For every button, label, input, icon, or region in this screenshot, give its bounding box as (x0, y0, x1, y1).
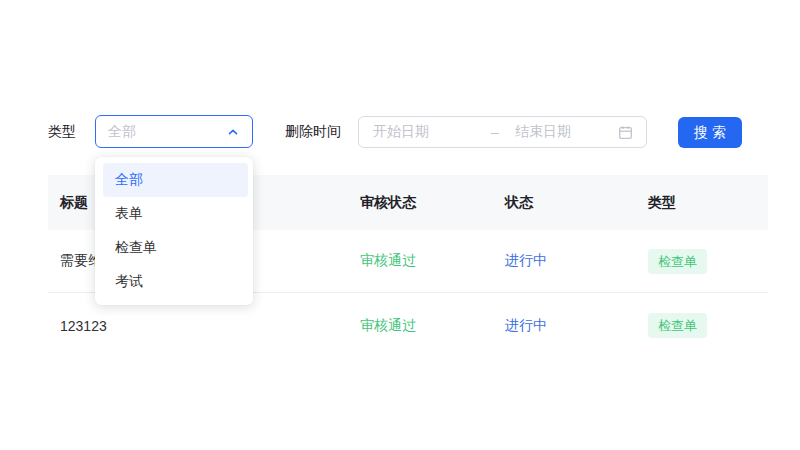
calendar-icon (618, 125, 633, 140)
page: 类型 全部 删除时间 开始日期 – 结束日期 搜 索 标题 审核状态 状态 (0, 0, 800, 450)
row-title: 123123 (48, 318, 348, 334)
row-audit-status: 审核通过 (348, 252, 493, 270)
delete-time-filter-label: 删除时间 (285, 115, 341, 148)
type-filter-label: 类型 (48, 115, 76, 148)
type-tag: 检查单 (648, 313, 707, 338)
date-range-picker[interactable]: 开始日期 – 结束日期 (358, 116, 647, 148)
dropdown-option-checklist[interactable]: 检查单 (95, 231, 253, 265)
type-select-value: 全部 (108, 123, 227, 141)
row-status: 进行中 (493, 252, 636, 270)
column-header-audit-status: 审核状态 (348, 194, 493, 212)
row-type-cell: 检查单 (636, 313, 768, 338)
type-select[interactable]: 全部 (95, 115, 253, 148)
column-header-type: 类型 (636, 194, 768, 212)
date-range-separator: – (491, 124, 515, 140)
chevron-up-icon (227, 126, 239, 138)
start-date-input[interactable]: 开始日期 (373, 123, 491, 141)
dropdown-option-form[interactable]: 表单 (95, 197, 253, 231)
search-button[interactable]: 搜 索 (678, 117, 742, 148)
row-type-cell: 检查单 (636, 249, 768, 274)
column-header-status: 状态 (493, 194, 636, 212)
row-status: 进行中 (493, 317, 636, 335)
type-tag: 检查单 (648, 249, 707, 274)
end-date-input[interactable]: 结束日期 (515, 123, 618, 141)
dropdown-option-all[interactable]: 全部 (103, 163, 248, 197)
dropdown-option-exam[interactable]: 考试 (95, 265, 253, 299)
type-select-dropdown: 全部 表单 检查单 考试 (95, 157, 253, 305)
row-audit-status: 审核通过 (348, 317, 493, 335)
